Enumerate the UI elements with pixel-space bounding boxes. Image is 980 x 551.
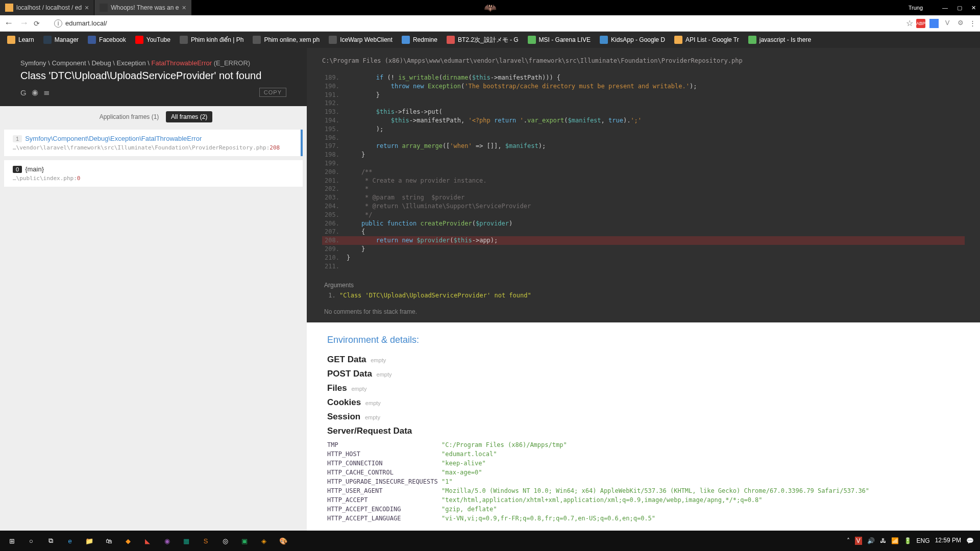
tray-chevron-icon[interactable]: ˄ xyxy=(847,537,850,544)
tray-volume-icon[interactable]: 🔊 xyxy=(867,537,875,544)
bookmark-label: Learn xyxy=(18,36,34,43)
frame-path: …\vendor\laravel\framework\src\Illuminat… xyxy=(13,144,293,151)
site-info-icon[interactable]: i xyxy=(54,19,62,28)
env-table: TMP"C:/Program Files (x86)/Ampps/tmp"HTT… xyxy=(327,440,960,523)
tray-v-icon[interactable]: V xyxy=(855,537,862,545)
app-frames-tab[interactable]: Application frames (1) xyxy=(94,111,164,122)
main-panel[interactable]: C:\Program Files (x86)\Ampps\www\edumart… xyxy=(307,48,980,531)
bookmark-item[interactable]: Redmine xyxy=(399,35,440,45)
tab-title: localhost / localhost / ed xyxy=(16,4,82,11)
abp-icon[interactable]: ABP xyxy=(916,19,925,28)
reload-icon[interactable]: ⟳ xyxy=(34,19,40,28)
app-icon-7[interactable]: ◈ xyxy=(256,533,272,549)
bookmark-item[interactable]: IceWarp WebClient xyxy=(326,35,396,45)
code-line: 197. return array_merge(['when' => []], … xyxy=(322,142,965,151)
env-value: "C:/Program Files (x86)/Ampps/tmp" xyxy=(442,441,567,448)
app-icon-1[interactable]: ◆ xyxy=(120,533,136,549)
maximize-icon[interactable]: ▢ xyxy=(957,5,962,11)
explorer-icon[interactable]: 📁 xyxy=(81,533,97,549)
app-icon-6[interactable]: ▣ xyxy=(236,533,253,549)
bookmark-item[interactable]: Phim kinh điển | Ph xyxy=(177,35,247,45)
tray-clock[interactable]: 12:59 PM xyxy=(935,537,961,544)
env-key: HTTP_ACCEPT_ENCODING xyxy=(327,506,442,513)
env-value: "keep-alive" xyxy=(442,460,486,467)
bookmark-item[interactable]: Facebook xyxy=(85,35,129,45)
theme-logo-icon: 🦇 xyxy=(484,2,497,14)
error-page: Symfony \ Component \ Debug \ Exception … xyxy=(0,48,980,531)
env-row: HTTP_USER_AGENT"Mozilla/5.0 (Windows NT … xyxy=(327,486,960,495)
app-icon-4[interactable]: ▦ xyxy=(178,533,194,549)
bookmark-label: IceWarp WebClient xyxy=(340,36,393,43)
bookmark-favicon-icon xyxy=(329,36,337,44)
taskview-icon[interactable]: ⧉ xyxy=(42,533,59,549)
env-value: "Mozilla/5.0 (Windows NT 10.0; Win64; x6… xyxy=(442,487,869,494)
code-line: 208. return new $provider($this->app); xyxy=(322,236,965,245)
bookmark-item[interactable]: API List - Google Tr xyxy=(671,35,742,45)
stack-frame[interactable]: 0{main}…\public\index.php:0 xyxy=(4,160,303,187)
app-icon-8[interactable]: 🎨 xyxy=(275,533,291,549)
bookmark-label: Facebook xyxy=(99,36,126,43)
bookmark-item[interactable]: YouTube xyxy=(132,35,174,45)
bookmark-item[interactable]: MSI - Garena LIVE xyxy=(525,35,594,45)
env-key: HTTP_ACCEPT_LANGUAGE xyxy=(327,515,442,522)
bookmark-favicon-icon xyxy=(447,36,455,44)
all-frames-tab[interactable]: All frames (2) xyxy=(166,111,212,122)
bookmark-label: YouTube xyxy=(146,36,170,43)
url-box[interactable]: i edumart.local/ xyxy=(49,17,902,30)
app-icon-2[interactable]: ◣ xyxy=(139,533,156,549)
title-bar: localhost / localhost / ed×Whoops! There… xyxy=(0,0,980,15)
translate-icon[interactable] xyxy=(929,19,939,28)
stackoverflow-icon[interactable]: ≣ xyxy=(43,88,50,97)
ext-v-icon[interactable]: V xyxy=(943,19,952,28)
bookmark-item[interactable]: BT2.2次_設計メモ - G xyxy=(444,35,522,45)
duckduckgo-icon[interactable]: ◉ xyxy=(32,88,38,97)
env-key: HTTP_USER_AGENT xyxy=(327,487,442,494)
tab-close-icon[interactable]: × xyxy=(85,4,89,12)
tray-network-icon[interactable]: 🖧 xyxy=(880,537,886,544)
copy-button[interactable]: COPY xyxy=(259,88,286,97)
chrome-menu-icon[interactable]: ⋮ xyxy=(969,19,976,27)
bookmark-label: API List - Google Tr xyxy=(685,36,739,43)
google-search-icon[interactable]: G xyxy=(20,88,27,97)
profile-name[interactable]: Trung xyxy=(909,5,923,11)
bookmark-star-icon[interactable]: ☆ xyxy=(906,18,913,28)
bookmark-item[interactable]: KidsApp - Google D xyxy=(597,35,668,45)
ext-gear-icon[interactable]: ⚙ xyxy=(956,19,965,28)
frames-list: 1Symfony\Component\Debug\Exception\Fatal… xyxy=(0,128,307,193)
env-group-heading: Cookies empty xyxy=(327,397,960,408)
bookmark-favicon-icon xyxy=(43,36,52,44)
tray-battery-icon[interactable]: 🔋 xyxy=(904,537,912,544)
error-breadcrumb: Symfony \ Component \ Debug \ Exception … xyxy=(20,59,286,67)
app-icon-3[interactable]: ◉ xyxy=(159,533,175,549)
bookmark-item[interactable]: Manager xyxy=(40,35,82,45)
code-line: 189. if (! is_writable(dirname($this->ma… xyxy=(322,73,965,82)
cortana-icon[interactable]: ○ xyxy=(23,533,39,549)
start-icon[interactable]: ⊞ xyxy=(4,533,20,549)
chrome-icon[interactable]: ◎ xyxy=(217,533,233,549)
close-icon[interactable]: ✕ xyxy=(971,5,976,11)
env-key: TMP xyxy=(327,441,442,448)
frame-class: Symfony\Component\Debug\Exception\FatalT… xyxy=(25,135,202,142)
tray-lang[interactable]: ENG xyxy=(917,537,930,544)
tray-notifications-icon[interactable]: 💬 xyxy=(966,537,974,544)
app-icon-5[interactable]: S xyxy=(198,533,214,549)
bookmark-item[interactable]: Learn xyxy=(4,35,37,45)
env-group-heading: Session empty xyxy=(327,412,960,422)
edge-icon[interactable]: e xyxy=(62,533,78,549)
bookmark-favicon-icon xyxy=(528,36,536,44)
minimize-icon[interactable]: — xyxy=(942,5,948,11)
bookmark-item[interactable]: Phim online, xem ph xyxy=(250,35,323,45)
tray-wifi-icon[interactable]: 📶 xyxy=(891,537,899,544)
code-line: 192. xyxy=(322,99,965,108)
store-icon[interactable]: 🛍 xyxy=(101,533,117,549)
tab-title: Whoops! There was an e xyxy=(111,4,179,11)
tab-close-icon[interactable]: × xyxy=(182,4,186,12)
back-icon[interactable]: ← xyxy=(4,18,13,29)
browser-tab[interactable]: localhost / localhost / ed× xyxy=(0,0,94,15)
code-line: 206. public function createProvider($pro… xyxy=(322,219,965,228)
address-bar: ← → ⟳ i edumart.local/ ☆ ABP V ⚙ ⋮ xyxy=(0,15,980,32)
stack-frame[interactable]: 1Symfony\Component\Debug\Exception\Fatal… xyxy=(4,130,303,156)
file-path: C:\Program Files (x86)\Ampps\www\edumart… xyxy=(322,57,965,64)
browser-tab[interactable]: Whoops! There was an e× xyxy=(94,0,191,15)
bookmark-item[interactable]: javascript - Is there xyxy=(745,35,814,45)
